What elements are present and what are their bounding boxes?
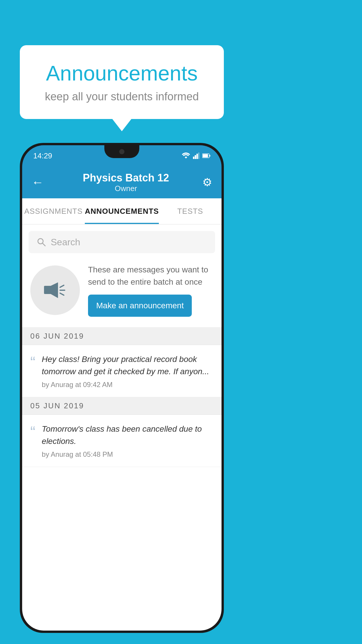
make-announcement-button[interactable]: Make an announcement (88, 295, 192, 317)
svg-line-8 (43, 243, 45, 246)
search-bar[interactable]: Search (29, 231, 215, 253)
announcement-author-1: by Anurag at 09:42 AM (42, 381, 213, 389)
tab-bar: ASSIGNMENTS ANNOUNCEMENTS TESTS (22, 198, 222, 225)
tab-assignments[interactable]: ASSIGNMENTS (22, 198, 85, 224)
svg-rect-1 (195, 155, 196, 159)
announcement-author-2: by Anurag at 05:48 PM (42, 450, 213, 459)
speech-bubble: Announcements keep all your students inf… (20, 45, 224, 119)
settings-button[interactable]: ⚙ (202, 176, 212, 189)
date-separator-2: 05 JUN 2019 (22, 397, 222, 415)
quote-icon-1: “ (30, 354, 35, 370)
tab-announcements[interactable]: ANNOUNCEMENTS (85, 198, 159, 224)
phone-inner: 14:29 (22, 145, 222, 631)
status-icons (182, 153, 210, 159)
back-button[interactable]: ← (31, 175, 44, 189)
announcement-text-1: Hey class! Bring your practical record b… (42, 353, 213, 389)
svg-rect-5 (210, 155, 210, 157)
svg-rect-10 (44, 286, 49, 294)
notch (104, 145, 139, 158)
tab-tests[interactable]: TESTS (159, 198, 222, 224)
batch-name: Physics Batch 12 (50, 172, 202, 184)
svg-line-13 (60, 293, 64, 295)
signal-icon (193, 153, 199, 159)
svg-rect-6 (203, 154, 208, 158)
status-bar: 14:29 (22, 145, 222, 166)
svg-rect-0 (193, 157, 194, 159)
announcement-text-2: Tomorrow's class has been cancelled due … (42, 423, 213, 459)
megaphone-icon (42, 277, 68, 303)
svg-line-11 (60, 285, 64, 287)
svg-rect-3 (198, 153, 199, 159)
promo-right: These are messages you want to send to t… (88, 264, 213, 317)
search-placeholder: Search (51, 237, 80, 248)
speech-bubble-container: Announcements keep all your students inf… (20, 45, 224, 119)
search-icon (37, 237, 46, 247)
status-time: 14:29 (33, 151, 52, 160)
announcement-subtitle: keep all your students informed (37, 90, 206, 103)
svg-rect-2 (196, 154, 198, 159)
batch-role: Owner (50, 184, 202, 193)
app-bar: ← Physics Batch 12 Owner ⚙ (22, 166, 222, 198)
promo-section: These are messages you want to send to t… (22, 253, 222, 328)
announcement-message-1: Hey class! Bring your practical record b… (42, 353, 213, 378)
battery-icon (202, 153, 210, 158)
app-bar-title: Physics Batch 12 Owner (50, 172, 202, 193)
promo-icon-circle (30, 265, 80, 315)
phone-frame: 14:29 (20, 143, 224, 633)
announcement-message-2: Tomorrow's class has been cancelled due … (42, 423, 213, 447)
quote-icon-2: “ (30, 424, 35, 439)
announcement-item-2[interactable]: “ Tomorrow's class has been cancelled du… (22, 415, 222, 467)
announcement-title: Announcements (37, 61, 206, 85)
wifi-icon (182, 153, 190, 159)
promo-description: These are messages you want to send to t… (88, 264, 213, 288)
date-separator-1: 06 JUN 2019 (22, 328, 222, 345)
camera (119, 149, 124, 154)
announcement-item-1[interactable]: “ Hey class! Bring your practical record… (22, 345, 222, 397)
phone-content: Search These are messages you want to se… (22, 225, 222, 631)
